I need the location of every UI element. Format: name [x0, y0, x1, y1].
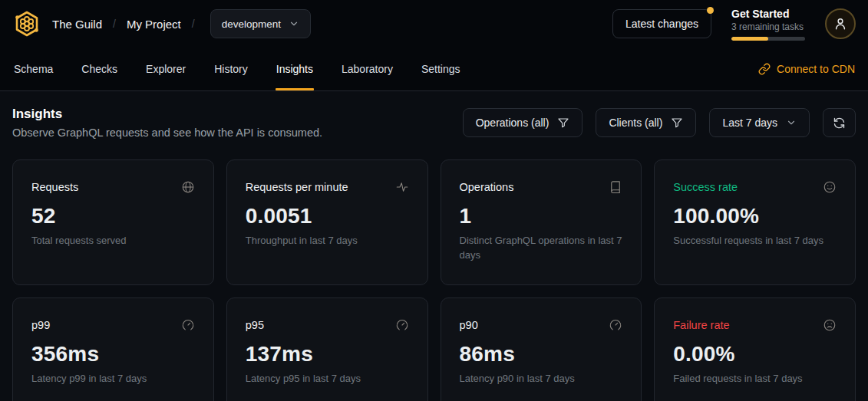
requests-per-minute-card: Requests per minute 0.0051 Throughput in… [226, 159, 428, 285]
breadcrumb-project[interactable]: My Project [127, 18, 181, 31]
tab-list: Schema Checks Explorer History Insights … [13, 48, 461, 90]
get-started-progress-fill [731, 37, 768, 41]
tab-explorer[interactable]: Explorer [145, 48, 186, 90]
breadcrumb-separator: / [113, 18, 116, 30]
clients-filter-label: Clients (all) [609, 117, 662, 129]
filter-toolbar: Operations (all) Clients (all) Last 7 da… [463, 108, 856, 137]
section-title-block: Insights Observe GraphQL requests and se… [12, 107, 322, 139]
card-value: 1 [460, 204, 623, 228]
gauge-icon [609, 318, 622, 332]
person-icon [833, 16, 848, 31]
card-description: Latency p99 in last 7 days [31, 372, 195, 386]
card-description: Failed requests in last 7 days [673, 372, 837, 386]
target-selector-value: development [222, 18, 281, 30]
refresh-icon [833, 117, 846, 130]
target-selector[interactable]: development [210, 9, 311, 38]
card-value: 0.0051 [246, 204, 409, 228]
card-description: Distinct GraphQL operations in last 7 da… [460, 234, 623, 263]
tab-settings[interactable]: Settings [421, 48, 461, 90]
operations-filter-button[interactable]: Operations (all) [463, 108, 583, 137]
card-value: 86ms [460, 342, 623, 366]
failure-rate-card: Failure rate 0.00% Failed requests in la… [654, 297, 856, 401]
gauge-icon [181, 318, 195, 332]
tab-checks[interactable]: Checks [81, 48, 118, 90]
card-title: Requests per minute [246, 181, 348, 193]
get-started-progress-track [731, 37, 805, 41]
card-value: 137ms [246, 342, 409, 366]
page-description: Observe GraphQL requests and see how the… [12, 127, 322, 139]
card-title: p90 [460, 319, 478, 331]
section-header: Insights Observe GraphQL requests and se… [12, 107, 856, 139]
card-title: Operations [460, 181, 514, 193]
project-nav: Schema Checks Explorer History Insights … [0, 48, 868, 91]
breadcrumb-org[interactable]: The Guild [52, 18, 102, 31]
latest-changes-button[interactable]: Latest changes [612, 9, 711, 38]
get-started-widget[interactable]: Get Started 3 remaining tasks [731, 8, 805, 41]
tab-insights[interactable]: Insights [276, 48, 314, 90]
card-description: Latency p95 in last 7 days [246, 372, 409, 386]
gauge-icon [395, 318, 409, 332]
clients-filter-button[interactable]: Clients (all) [596, 108, 696, 137]
period-selector-value: Last 7 days [722, 117, 777, 129]
card-title: p95 [246, 319, 264, 331]
refresh-button[interactable] [823, 108, 856, 137]
operations-card: Operations 1 Distinct GraphQL operations… [441, 159, 642, 285]
header-right-cluster: Latest changes Get Started 3 remaining t… [612, 8, 856, 41]
p95-card: p95 137ms Latency p95 in last 7 days [226, 297, 428, 401]
card-title: Failure rate [673, 319, 729, 331]
latest-changes-label: Latest changes [625, 18, 698, 30]
activity-icon [395, 180, 409, 194]
connect-to-cdn-label: Connect to CDN [777, 63, 855, 75]
requests-card: Requests 52 Total requests served [12, 159, 214, 285]
tab-history[interactable]: History [213, 48, 249, 90]
card-title: Success rate [673, 181, 738, 193]
card-description: Latency p90 in last 7 days [460, 372, 623, 386]
guild-logo-icon[interactable] [12, 9, 41, 38]
get-started-title: Get Started [731, 8, 805, 20]
card-value: 0.00% [673, 342, 837, 366]
card-value: 100.00% [673, 204, 837, 228]
card-description: Total requests served [31, 234, 195, 248]
metrics-grid: Requests 52 Total requests served Reques… [12, 159, 856, 401]
card-description: Throughput in last 7 days [246, 234, 409, 248]
chevron-down-icon [786, 117, 797, 128]
card-value: 52 [31, 204, 195, 228]
filter-icon [557, 117, 569, 129]
link-icon [758, 63, 771, 75]
book-icon [609, 180, 622, 194]
get-started-subtitle: 3 remaining tasks [731, 21, 805, 32]
card-title: p99 [31, 319, 50, 331]
chevron-down-icon [289, 18, 299, 29]
page-title: Insights [12, 107, 322, 122]
user-avatar[interactable] [825, 8, 856, 39]
card-description: Successful requests in last 7 days [673, 234, 837, 248]
smiley-icon [823, 180, 837, 194]
filter-icon [671, 117, 683, 129]
operations-filter-label: Operations (all) [476, 117, 550, 129]
notification-dot [707, 7, 714, 14]
period-selector[interactable]: Last 7 days [709, 108, 810, 137]
top-header: The Guild / My Project / development Lat… [0, 0, 868, 48]
connect-to-cdn-link[interactable]: Connect to CDN [758, 48, 855, 90]
tab-laboratory[interactable]: Laboratory [341, 48, 394, 90]
frown-icon [823, 318, 837, 332]
card-value: 356ms [31, 342, 195, 366]
breadcrumb-separator: / [192, 18, 195, 30]
success-rate-card: Success rate 100.00% Successful requests… [654, 159, 856, 285]
tab-schema[interactable]: Schema [13, 48, 54, 90]
p90-card: p90 86ms Latency p90 in last 7 days [441, 297, 642, 401]
insights-page: Insights Observe GraphQL requests and se… [0, 91, 868, 401]
p99-card: p99 356ms Latency p99 in last 7 days [12, 297, 214, 401]
globe-icon [181, 180, 195, 194]
card-title: Requests [31, 181, 78, 193]
